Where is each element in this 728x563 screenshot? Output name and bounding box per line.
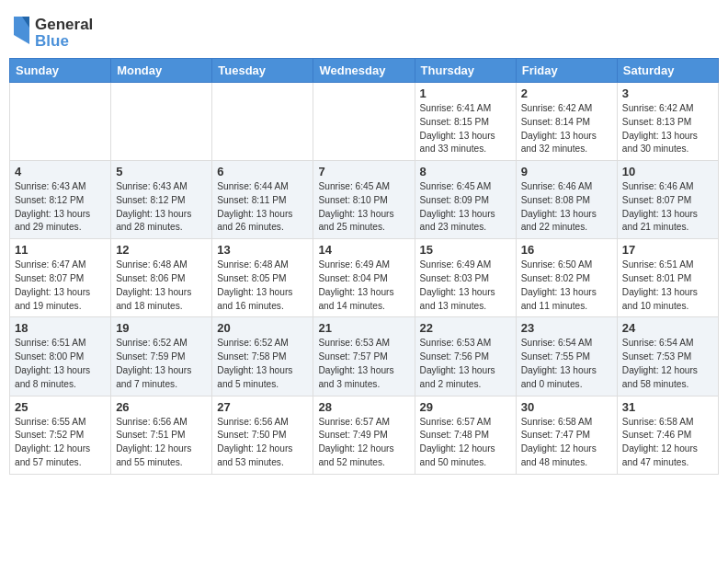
day-number: 24 — [622, 321, 713, 335]
day-info: Sunrise: 6:51 AMSunset: 8:00 PMDaylight:… — [15, 337, 106, 391]
day-info: Sunrise: 6:50 AMSunset: 8:02 PMDaylight:… — [521, 259, 612, 313]
calendar-cell: 6Sunrise: 6:44 AMSunset: 8:11 PMDaylight… — [212, 161, 313, 239]
calendar-cell: 2Sunrise: 6:42 AMSunset: 8:14 PMDaylight… — [516, 83, 617, 161]
calendar-cell: 8Sunrise: 6:45 AMSunset: 8:09 PMDaylight… — [415, 161, 516, 239]
calendar-cell: 10Sunrise: 6:46 AMSunset: 8:07 PMDayligh… — [617, 161, 718, 239]
day-number: 23 — [521, 321, 612, 335]
day-info: Sunrise: 6:54 AMSunset: 7:55 PMDaylight:… — [521, 337, 612, 391]
calendar-cell: 11Sunrise: 6:47 AMSunset: 8:07 PMDayligh… — [10, 239, 111, 317]
calendar-cell: 13Sunrise: 6:48 AMSunset: 8:05 PMDayligh… — [212, 239, 313, 317]
day-number: 21 — [318, 321, 409, 335]
day-number: 11 — [15, 243, 106, 257]
day-info: Sunrise: 6:41 AMSunset: 8:15 PMDaylight:… — [420, 102, 511, 156]
day-number: 7 — [318, 165, 409, 178]
weekday-header-monday: Monday — [111, 59, 212, 83]
weekday-header-saturday: Saturday — [617, 59, 718, 83]
day-number: 25 — [15, 400, 106, 414]
calendar-cell: 26Sunrise: 6:56 AMSunset: 7:51 PMDayligh… — [111, 396, 212, 474]
weekday-header-sunday: Sunday — [10, 59, 111, 83]
calendar-cell: 3Sunrise: 6:42 AMSunset: 8:13 PMDaylight… — [617, 83, 718, 161]
day-number: 30 — [521, 400, 612, 414]
weekday-header-friday: Friday — [516, 59, 617, 83]
day-info: Sunrise: 6:58 AMSunset: 7:46 PMDaylight:… — [622, 416, 713, 470]
day-number: 15 — [420, 243, 511, 257]
day-number: 9 — [521, 165, 612, 178]
calendar-cell — [111, 83, 212, 161]
day-info: Sunrise: 6:56 AMSunset: 7:51 PMDaylight:… — [116, 416, 207, 470]
logo: General Blue — [9, 9, 110, 51]
calendar-cell: 1Sunrise: 6:41 AMSunset: 8:15 PMDaylight… — [415, 83, 516, 161]
day-number: 10 — [622, 165, 713, 178]
day-number: 1 — [420, 86, 511, 100]
day-info: Sunrise: 6:46 AMSunset: 8:08 PMDaylight:… — [521, 180, 612, 235]
calendar-cell: 27Sunrise: 6:56 AMSunset: 7:50 PMDayligh… — [212, 396, 313, 474]
day-info: Sunrise: 6:55 AMSunset: 7:52 PMDaylight:… — [15, 416, 106, 470]
day-info: Sunrise: 6:42 AMSunset: 8:14 PMDaylight:… — [521, 102, 612, 156]
day-info: Sunrise: 6:45 AMSunset: 8:10 PMDaylight:… — [318, 180, 409, 235]
svg-text:Blue: Blue — [35, 32, 69, 50]
day-number: 19 — [116, 321, 207, 335]
calendar-cell: 5Sunrise: 6:43 AMSunset: 8:12 PMDaylight… — [111, 161, 212, 239]
day-number: 14 — [318, 243, 409, 257]
day-info: Sunrise: 6:45 AMSunset: 8:09 PMDaylight:… — [420, 180, 511, 235]
calendar-cell: 31Sunrise: 6:58 AMSunset: 7:46 PMDayligh… — [617, 396, 718, 474]
day-info: Sunrise: 6:47 AMSunset: 8:07 PMDaylight:… — [15, 259, 106, 313]
day-info: Sunrise: 6:57 AMSunset: 7:49 PMDaylight:… — [318, 416, 409, 470]
calendar-cell: 14Sunrise: 6:49 AMSunset: 8:04 PMDayligh… — [313, 239, 415, 317]
day-number: 8 — [420, 165, 511, 178]
day-number: 5 — [116, 165, 207, 178]
calendar-cell: 22Sunrise: 6:53 AMSunset: 7:56 PMDayligh… — [415, 317, 516, 396]
week-row-4: 18Sunrise: 6:51 AMSunset: 8:00 PMDayligh… — [10, 317, 719, 396]
calendar-cell: 23Sunrise: 6:54 AMSunset: 7:55 PMDayligh… — [516, 317, 617, 396]
day-info: Sunrise: 6:58 AMSunset: 7:47 PMDaylight:… — [521, 416, 612, 470]
calendar-cell: 29Sunrise: 6:57 AMSunset: 7:48 PMDayligh… — [415, 396, 516, 474]
calendar-cell: 28Sunrise: 6:57 AMSunset: 7:49 PMDayligh… — [313, 396, 415, 474]
day-info: Sunrise: 6:56 AMSunset: 7:50 PMDaylight:… — [217, 416, 308, 470]
week-row-5: 25Sunrise: 6:55 AMSunset: 7:52 PMDayligh… — [10, 396, 719, 474]
calendar-cell: 12Sunrise: 6:48 AMSunset: 8:06 PMDayligh… — [111, 239, 212, 317]
logo-icon: General Blue — [9, 9, 110, 51]
weekday-header-thursday: Thursday — [415, 59, 516, 83]
day-number: 3 — [622, 86, 713, 100]
day-info: Sunrise: 6:52 AMSunset: 7:59 PMDaylight:… — [116, 337, 207, 391]
day-number: 13 — [217, 243, 308, 257]
day-number: 29 — [420, 400, 511, 414]
day-number: 12 — [116, 243, 207, 257]
calendar-cell: 7Sunrise: 6:45 AMSunset: 8:10 PMDaylight… — [313, 161, 415, 239]
day-info: Sunrise: 6:57 AMSunset: 7:48 PMDaylight:… — [420, 416, 511, 470]
day-info: Sunrise: 6:51 AMSunset: 8:01 PMDaylight:… — [622, 259, 713, 313]
day-info: Sunrise: 6:48 AMSunset: 8:06 PMDaylight:… — [116, 259, 207, 313]
day-info: Sunrise: 6:49 AMSunset: 8:04 PMDaylight:… — [318, 259, 409, 313]
calendar-cell: 24Sunrise: 6:54 AMSunset: 7:53 PMDayligh… — [617, 317, 718, 396]
day-info: Sunrise: 6:52 AMSunset: 7:58 PMDaylight:… — [217, 337, 308, 391]
calendar-cell: 15Sunrise: 6:49 AMSunset: 8:03 PMDayligh… — [415, 239, 516, 317]
day-info: Sunrise: 6:43 AMSunset: 8:12 PMDaylight:… — [116, 180, 207, 235]
day-number: 18 — [15, 321, 106, 335]
calendar-cell: 30Sunrise: 6:58 AMSunset: 7:47 PMDayligh… — [516, 396, 617, 474]
day-info: Sunrise: 6:48 AMSunset: 8:05 PMDaylight:… — [217, 259, 308, 313]
calendar-cell: 18Sunrise: 6:51 AMSunset: 8:00 PMDayligh… — [10, 317, 111, 396]
day-number: 27 — [217, 400, 308, 414]
day-info: Sunrise: 6:44 AMSunset: 8:11 PMDaylight:… — [217, 180, 308, 235]
calendar-cell: 4Sunrise: 6:43 AMSunset: 8:12 PMDaylight… — [10, 161, 111, 239]
calendar-cell: 9Sunrise: 6:46 AMSunset: 8:08 PMDaylight… — [516, 161, 617, 239]
calendar-cell: 16Sunrise: 6:50 AMSunset: 8:02 PMDayligh… — [516, 239, 617, 317]
week-row-3: 11Sunrise: 6:47 AMSunset: 8:07 PMDayligh… — [10, 239, 719, 317]
day-number: 20 — [217, 321, 308, 335]
day-number: 6 — [217, 165, 308, 178]
day-number: 16 — [521, 243, 612, 257]
calendar-cell: 20Sunrise: 6:52 AMSunset: 7:58 PMDayligh… — [212, 317, 313, 396]
day-number: 17 — [622, 243, 713, 257]
svg-text:General: General — [35, 16, 93, 33]
calendar-cell: 21Sunrise: 6:53 AMSunset: 7:57 PMDayligh… — [313, 317, 415, 396]
calendar-cell — [313, 83, 415, 161]
page-header: General Blue — [9, 9, 719, 51]
day-number: 2 — [521, 86, 612, 100]
day-info: Sunrise: 6:53 AMSunset: 7:56 PMDaylight:… — [420, 337, 511, 391]
calendar-cell: 25Sunrise: 6:55 AMSunset: 7:52 PMDayligh… — [10, 396, 111, 474]
week-row-2: 4Sunrise: 6:43 AMSunset: 8:12 PMDaylight… — [10, 161, 719, 239]
day-number: 26 — [116, 400, 207, 414]
day-info: Sunrise: 6:46 AMSunset: 8:07 PMDaylight:… — [622, 180, 713, 235]
day-info: Sunrise: 6:53 AMSunset: 7:57 PMDaylight:… — [318, 337, 409, 391]
weekday-header-row: SundayMondayTuesdayWednesdayThursdayFrid… — [10, 59, 719, 83]
